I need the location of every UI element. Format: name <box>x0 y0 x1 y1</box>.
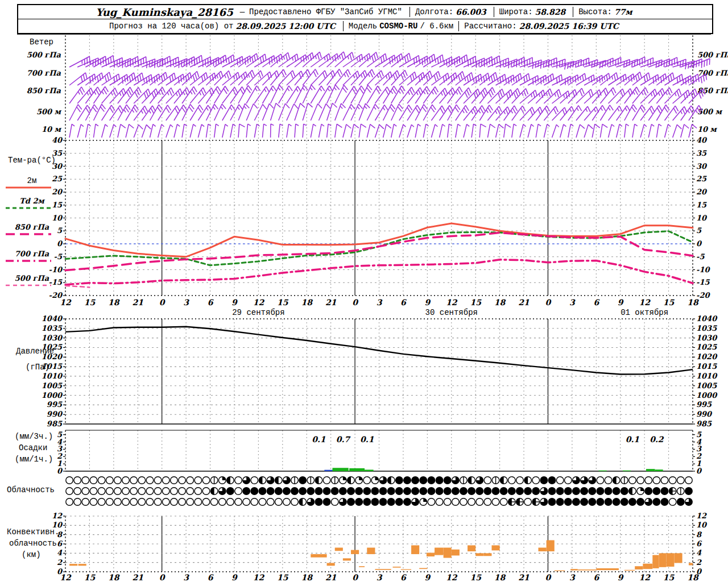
svg-text:1040: 1040 <box>696 314 718 323</box>
svg-text:6: 6 <box>400 573 407 582</box>
svg-text:6: 6 <box>593 573 599 582</box>
svg-text:18: 18 <box>108 298 120 307</box>
temp-panel-title: Тем-ра(°C) <box>3 156 60 165</box>
svg-text:15: 15 <box>663 573 675 582</box>
svg-text:5: 5 <box>696 430 702 439</box>
svg-text:3: 3 <box>377 298 383 307</box>
svg-text:0.7: 0.7 <box>336 435 351 444</box>
wind-panel-title: Ветер <box>30 38 53 47</box>
pressure-label-1: Давление <box>16 347 54 356</box>
provided-by: Предоставлено ФГБУ "ЗапСиб УГМС" <box>249 7 402 16</box>
header-separator <box>458 21 459 31</box>
svg-text:3: 3 <box>183 298 189 307</box>
svg-text:21: 21 <box>518 573 530 582</box>
conv-label-3: (км) <box>22 550 41 559</box>
svg-text:-20: -20 <box>696 291 710 300</box>
svg-text:12: 12 <box>52 512 63 520</box>
svg-text:0: 0 <box>159 573 166 582</box>
conv-label-1: Конвективн. <box>7 527 59 537</box>
svg-text:10 м: 10 м <box>42 125 62 134</box>
svg-text:0.1: 0.1 <box>360 435 374 444</box>
svg-text:995: 995 <box>47 400 63 409</box>
svg-text:15: 15 <box>84 573 96 582</box>
svg-text:8: 8 <box>696 530 702 539</box>
wind-barbs-700гПа <box>69 69 706 85</box>
cloud-row-1 <box>66 488 692 495</box>
svg-text:3: 3 <box>569 573 576 582</box>
svg-text:15: 15 <box>277 298 289 307</box>
svg-text:9: 9 <box>231 298 238 307</box>
svg-text:20: 20 <box>696 188 708 196</box>
svg-text:2: 2 <box>696 558 702 567</box>
model-resolution: / 6.6км <box>420 22 453 31</box>
svg-text:0.2: 0.2 <box>650 435 664 444</box>
meteogram-canvas: 40403535303025252020151510105500-5-5-10-… <box>0 0 728 582</box>
svg-text:3: 3 <box>57 444 63 453</box>
header-separator <box>573 7 573 17</box>
svg-text:40: 40 <box>696 136 708 144</box>
altitude-value: 77м <box>614 7 632 16</box>
svg-text:500 гПа: 500 гПа <box>27 51 61 59</box>
svg-text:12: 12 <box>60 573 72 582</box>
svg-text:995: 995 <box>696 400 712 409</box>
svg-text:0: 0 <box>545 298 552 307</box>
svg-text:18: 18 <box>494 298 506 307</box>
longitude-label: Долгота: <box>415 7 453 16</box>
svg-text:10: 10 <box>52 214 63 222</box>
svg-text:9: 9 <box>618 298 624 307</box>
svg-text:1010: 1010 <box>696 372 718 380</box>
svg-text:35: 35 <box>696 149 707 157</box>
forecast-start-time: 28.09.2025 12:00 UTC <box>235 22 335 31</box>
svg-text:6: 6 <box>593 298 599 307</box>
longitude-value: 66.003 <box>456 7 486 16</box>
precip-label-1h: (мм/1ч.) <box>15 455 53 464</box>
svg-text:1025: 1025 <box>696 343 717 351</box>
svg-text:0: 0 <box>159 298 166 307</box>
svg-text:3: 3 <box>377 573 383 582</box>
svg-text:21: 21 <box>325 573 337 582</box>
svg-text:10 м: 10 м <box>697 125 718 134</box>
temp-series-4 <box>65 286 89 288</box>
svg-text:-10: -10 <box>696 265 710 274</box>
svg-text:9: 9 <box>231 573 238 582</box>
svg-text:990: 990 <box>696 410 713 418</box>
cloud-row-0 <box>66 477 692 484</box>
svg-text:18: 18 <box>301 298 313 307</box>
svg-text:12: 12 <box>253 573 265 582</box>
legend-label-2m: 2м <box>3 176 60 185</box>
svg-text:30: 30 <box>696 162 708 171</box>
svg-text:2: 2 <box>57 452 63 460</box>
svg-text:01 октября: 01 октября <box>621 308 668 317</box>
svg-text:12: 12 <box>60 298 72 307</box>
svg-text:5: 5 <box>57 430 63 439</box>
svg-text:15: 15 <box>470 573 482 582</box>
svg-text:5: 5 <box>696 226 702 235</box>
precip-panel: 0.10.70.10.10.2 <box>312 435 664 471</box>
header-row-2: Прогноз на 120 часа(ов) от 28.09.2025 12… <box>18 19 712 33</box>
cloud-row-2 <box>66 498 692 506</box>
svg-text:0: 0 <box>57 467 63 475</box>
wind-barbs-850гПа <box>69 85 705 103</box>
svg-text:6: 6 <box>208 298 214 307</box>
header-row-1: Yug_Kuminskaya_28165 — Предоставлено ФГБ… <box>18 5 712 19</box>
svg-text:9: 9 <box>618 573 624 582</box>
svg-text:6: 6 <box>208 573 214 582</box>
svg-text:12: 12 <box>446 298 458 307</box>
svg-text:18: 18 <box>494 573 506 582</box>
svg-text:21: 21 <box>325 298 337 307</box>
svg-text:1000: 1000 <box>696 391 718 400</box>
svg-text:6: 6 <box>696 539 702 548</box>
svg-text:18: 18 <box>687 298 699 307</box>
svg-text:29 сентября: 29 сентября <box>232 308 284 317</box>
svg-text:4: 4 <box>57 438 63 446</box>
svg-text:0: 0 <box>696 467 702 475</box>
svg-text:1030: 1030 <box>42 334 63 342</box>
svg-text:18: 18 <box>108 573 120 582</box>
svg-text:6: 6 <box>400 298 407 307</box>
svg-text:21: 21 <box>133 298 144 307</box>
svg-text:18: 18 <box>301 573 313 582</box>
svg-text:500 м: 500 м <box>36 107 62 116</box>
station-name: Yug_Kuminskaya_28165 <box>96 6 233 18</box>
svg-text:4: 4 <box>57 548 63 557</box>
svg-text:-10: -10 <box>49 265 63 274</box>
